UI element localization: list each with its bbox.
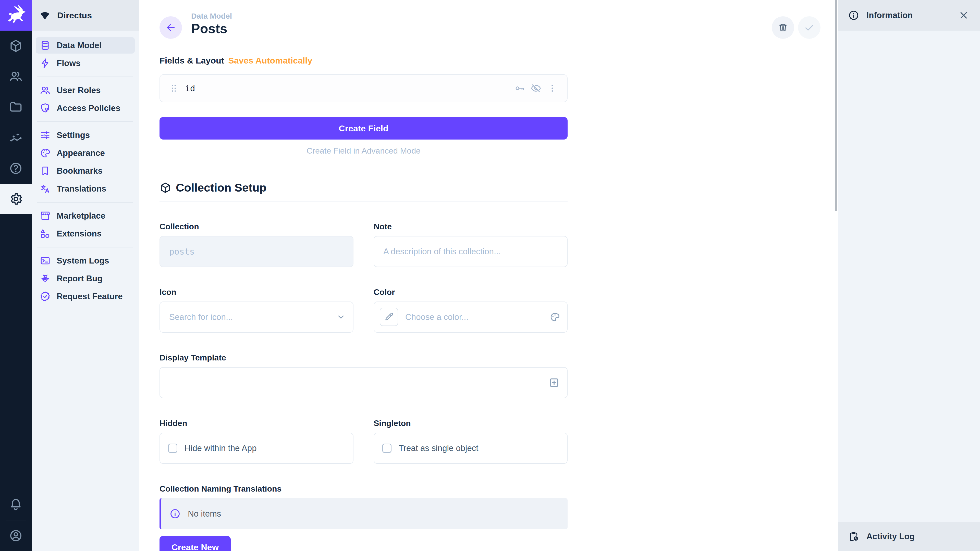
- singleton-checkbox[interactable]: [382, 444, 391, 453]
- save-button[interactable]: [798, 16, 821, 39]
- sidebar-item-label: Extensions: [57, 229, 102, 238]
- no-items-notice: No items: [159, 498, 568, 529]
- sidebar-item-label: Marketplace: [57, 211, 105, 221]
- note-input[interactable]: [374, 236, 568, 267]
- singleton-checkbox-row[interactable]: Treat as single object: [374, 433, 568, 464]
- activity-log-label: Activity Log: [866, 532, 915, 541]
- title-block: Data Model Posts: [191, 12, 232, 39]
- fields-layout-heading: Fields & LayoutSaves Automatically: [159, 56, 568, 65]
- module-help[interactable]: [0, 153, 32, 184]
- color-input[interactable]: [374, 302, 568, 333]
- palette-icon: [40, 148, 51, 159]
- directus-logo[interactable]: [0, 0, 32, 30]
- sidebar-item-system-logs[interactable]: System Logs: [36, 252, 135, 269]
- back-button[interactable]: [159, 16, 182, 39]
- color-field-group: Color: [374, 287, 568, 333]
- note-field-group: Note: [374, 222, 568, 267]
- sidebar-item-label: User Roles: [57, 86, 100, 95]
- translate-icon: [40, 183, 51, 194]
- sidebar-item-data-model[interactable]: Data Model: [36, 37, 135, 54]
- page-title: Posts: [191, 21, 232, 36]
- collection-field-group: Collection: [159, 222, 353, 267]
- sidebar-item-user-roles[interactable]: User Roles: [36, 82, 135, 98]
- header-actions: [772, 16, 821, 39]
- module-settings[interactable]: [0, 184, 32, 214]
- users-icon: [9, 70, 23, 83]
- create-field-button[interactable]: Create Field: [159, 117, 568, 140]
- module-insights[interactable]: [0, 122, 32, 153]
- sidebar-item-label: Data Model: [57, 41, 102, 50]
- add-box-icon[interactable]: [548, 377, 560, 389]
- drag-handle-icon[interactable]: [169, 83, 179, 94]
- sidebar-item-label: Access Policies: [57, 103, 121, 113]
- main-scrollbar[interactable]: [835, 0, 837, 211]
- sidebar-item-label: Translations: [57, 184, 106, 194]
- main-content: Data Model Posts Fields & LayoutSaves Au…: [139, 0, 838, 551]
- help-icon: [9, 162, 23, 175]
- shield-user-icon: [40, 103, 51, 114]
- close-icon[interactable]: [959, 10, 969, 21]
- directus-app: Directus Data Model Flows User Roles Acc…: [0, 0, 980, 551]
- info-icon: [848, 10, 859, 21]
- sidebar-item-translations[interactable]: Translations: [36, 181, 135, 197]
- more-vert-icon[interactable]: [547, 83, 557, 94]
- sidebar-item-access-policies[interactable]: Access Policies: [36, 100, 135, 116]
- bolt-icon: [40, 58, 51, 68]
- singleton-label: Singleton: [374, 419, 568, 428]
- module-user-directory[interactable]: [0, 61, 32, 92]
- sidebar-item-flows[interactable]: Flows: [36, 55, 135, 71]
- sidebar-item-marketplace[interactable]: Marketplace: [36, 208, 135, 224]
- autosave-note: Saves Automatically: [228, 56, 312, 65]
- activity-log-bar[interactable]: Activity Log: [838, 522, 980, 551]
- sidebar-nav: Data Model Flows User Roles Access Polic…: [32, 30, 139, 313]
- eyedropper-icon: [384, 312, 394, 322]
- hidden-checkbox-row[interactable]: Hide within the App: [159, 433, 353, 464]
- icon-select-input[interactable]: [159, 302, 353, 333]
- sidebar-item-bookmarks[interactable]: Bookmarks: [36, 163, 135, 179]
- sidebar-item-request-feature[interactable]: Request Feature: [36, 288, 135, 305]
- gear-icon: [9, 192, 23, 206]
- singleton-checkbox-label: Treat as single object: [399, 443, 478, 453]
- delete-collection-button[interactable]: [772, 16, 794, 39]
- module-content[interactable]: [0, 30, 32, 61]
- naming-translations-label: Collection Naming Translations: [159, 484, 568, 494]
- terminal-icon: [40, 256, 51, 266]
- folder-icon: [9, 100, 23, 114]
- sidebar-item-appearance[interactable]: Appearance: [36, 145, 135, 161]
- users-icon: [40, 85, 51, 96]
- icon-field-group: Icon: [159, 287, 353, 333]
- chevron-down-icon[interactable]: [336, 312, 346, 322]
- bookmark-icon: [40, 165, 51, 176]
- color-label: Color: [374, 287, 568, 297]
- module-account[interactable]: [0, 520, 32, 551]
- section-divider: [159, 201, 568, 202]
- sidebar-item-settings[interactable]: Settings: [36, 127, 135, 143]
- insights-icon: [9, 131, 23, 144]
- sidebar-item-label: Request Feature: [57, 292, 123, 301]
- module-file-library[interactable]: [0, 92, 32, 122]
- color-swatch-button[interactable]: [380, 308, 398, 326]
- box-icon: [159, 182, 171, 194]
- hidden-checkbox[interactable]: [168, 444, 177, 453]
- sidebar-item-label: Appearance: [57, 148, 105, 158]
- sidebar-item-report-bug[interactable]: Report Bug: [36, 270, 135, 287]
- bug-icon: [40, 273, 51, 284]
- palette-icon[interactable]: [550, 312, 560, 322]
- field-row-id[interactable]: id: [159, 74, 568, 102]
- settings-sidebar: Directus Data Model Flows User Roles Acc…: [32, 0, 139, 551]
- sidebar-divider: [37, 247, 133, 248]
- display-template-input[interactable]: [159, 367, 568, 398]
- arrow-back-icon: [165, 22, 176, 33]
- seal-check-icon: [40, 291, 51, 302]
- rabbit-logo-icon: [4, 3, 27, 27]
- information-panel-header: Information: [838, 0, 980, 30]
- create-new-button[interactable]: Create New: [159, 536, 231, 551]
- advanced-mode-link[interactable]: Create Field in Advanced Mode: [159, 146, 568, 156]
- sidebar-item-extensions[interactable]: Extensions: [36, 225, 135, 242]
- info-icon: [169, 508, 181, 519]
- form-row-collection-note: Collection Note: [159, 222, 568, 267]
- module-notifications[interactable]: [0, 489, 32, 520]
- form-row-icon-color: Icon Color: [159, 287, 568, 333]
- tune-icon: [40, 130, 51, 141]
- project-header[interactable]: Directus: [32, 0, 139, 30]
